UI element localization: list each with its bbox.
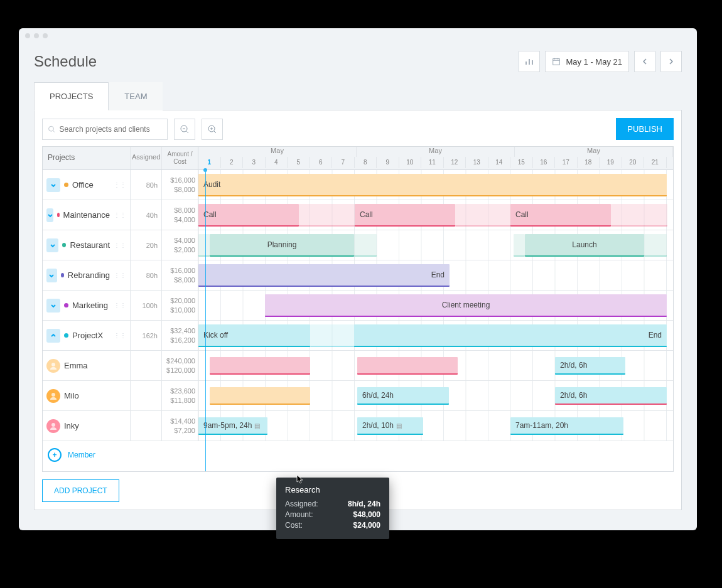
timeline-cell[interactable]: 2h/d, 6h <box>198 351 673 380</box>
day-cell[interactable]: 19 <box>600 157 622 168</box>
assignment-bar[interactable]: 9am-5pm, 24h▤ <box>198 417 267 435</box>
assignment-bar[interactable] <box>210 357 310 375</box>
today-line <box>205 170 206 471</box>
zoom-in-button[interactable] <box>202 119 223 140</box>
project-name: Marketing <box>72 301 108 310</box>
chevron-right-icon <box>666 56 676 67</box>
drag-handle-icon[interactable]: ⋮⋮ <box>114 243 126 247</box>
timeline-cell[interactable]: PlanningLaunch <box>198 230 673 260</box>
toolbar: May 1 - May 21 <box>519 51 682 72</box>
content-area: Schedule May 1 - May 21 PROJECTSTEAM <box>19 43 697 525</box>
day-cell[interactable]: 11 <box>421 157 444 168</box>
project-name: Rebranding <box>68 270 110 280</box>
task-bar[interactable]: Call <box>510 204 611 227</box>
column-amount-cost: Amount / Cost <box>162 147 198 169</box>
svg-point-6 <box>51 423 55 427</box>
project-row: Restaurant⋮⋮20h$4,000$2,000PlanningLaunc… <box>43 230 673 260</box>
day-cell[interactable]: 16 <box>533 157 556 168</box>
day-cell[interactable]: 6 <box>310 157 333 168</box>
publish-button[interactable]: PUBLISH <box>616 118 674 140</box>
day-cell[interactable]: 20 <box>622 157 645 168</box>
project-color-dot <box>62 243 66 247</box>
task-bar[interactable]: Planning <box>210 234 354 257</box>
drag-handle-icon[interactable]: ⋮⋮ <box>114 273 126 277</box>
expand-toggle[interactable] <box>46 208 53 222</box>
prev-button[interactable] <box>634 51 655 72</box>
plus-icon: + <box>48 448 62 462</box>
expand-toggle[interactable] <box>46 238 58 252</box>
task-bar[interactable]: Launch <box>525 234 644 257</box>
drag-handle-icon[interactable]: ⋮⋮ <box>114 213 126 217</box>
tab-projects[interactable]: PROJECTS <box>34 82 109 110</box>
assignment-bar[interactable]: 7am-11am, 20h <box>510 417 623 435</box>
day-cell[interactable]: 8 <box>355 157 377 168</box>
add-member-label: Member <box>68 451 95 459</box>
day-cell[interactable]: 18 <box>578 157 600 168</box>
traffic-light[interactable] <box>43 33 48 38</box>
assignment-bar[interactable]: 2h/d, 6h <box>555 387 667 405</box>
drag-handle-icon[interactable]: ⋮⋮ <box>114 303 126 307</box>
amount-cost: $16,000$8,000 <box>162 260 198 290</box>
date-range-picker[interactable]: May 1 - May 21 <box>545 51 629 72</box>
task-bar[interactable]: Audit <box>198 174 667 196</box>
day-cell[interactable]: 3 <box>243 157 266 168</box>
day-cell[interactable]: 12 <box>444 157 466 168</box>
timeline-cell[interactable]: Client meeting <box>198 291 673 320</box>
drag-handle-icon[interactable]: ⋮⋮ <box>114 183 126 187</box>
timeline-cell[interactable]: CallCallCall <box>198 200 673 230</box>
assigned-hours: 162h <box>131 321 162 350</box>
next-button[interactable] <box>660 51 682 72</box>
day-cell[interactable]: 21 <box>644 157 667 168</box>
task-bar-ext <box>644 234 667 257</box>
member-row: Inky$14,400$7,2009am-5pm, 24h▤2h/d, 10h▤… <box>43 411 673 441</box>
task-bar[interactable]: End <box>198 264 450 287</box>
day-cell[interactable]: 1 <box>198 157 221 168</box>
day-cell[interactable]: 14 <box>488 157 511 168</box>
task-bar[interactable]: End <box>354 324 667 347</box>
search-box[interactable] <box>42 119 168 140</box>
day-cell[interactable]: 7 <box>332 157 355 168</box>
day-cell[interactable]: 4 <box>266 157 288 168</box>
chart-button[interactable] <box>519 51 540 72</box>
search-input[interactable] <box>60 125 162 134</box>
task-bar[interactable]: Client meeting <box>265 294 667 317</box>
day-cell[interactable]: 15 <box>510 157 533 168</box>
task-bar[interactable]: Call <box>198 204 299 227</box>
chevron-down-icon <box>48 272 55 279</box>
timeline-cell[interactable]: Kick offEnd <box>198 321 673 350</box>
day-cell[interactable]: 9 <box>377 157 399 168</box>
traffic-light[interactable] <box>34 33 39 38</box>
task-bar[interactable]: Kick off <box>198 324 310 347</box>
day-cell[interactable]: 2 <box>221 157 244 168</box>
drag-handle-icon[interactable]: ⋮⋮ <box>114 333 126 338</box>
day-cell[interactable]: 17 <box>555 157 578 168</box>
row-label: Milo <box>43 381 131 410</box>
expand-toggle[interactable] <box>46 299 60 313</box>
day-cell[interactable]: 5 <box>288 157 310 168</box>
zoom-out-button[interactable] <box>174 119 195 140</box>
expand-toggle[interactable] <box>46 178 60 192</box>
timeline-cell[interactable]: 9am-5pm, 24h▤2h/d, 10h▤7am-11am, 20h <box>198 411 673 441</box>
timeline-cell[interactable]: 6h/d, 24h2h/d, 6h <box>198 381 673 410</box>
traffic-light[interactable] <box>25 33 30 38</box>
add-project-button[interactable]: ADD PROJECT <box>42 479 119 502</box>
zoom-out-icon <box>180 124 190 134</box>
day-cell[interactable]: 10 <box>399 157 422 168</box>
add-member-button[interactable]: +Member <box>43 441 95 469</box>
task-bar[interactable]: Call <box>355 204 455 227</box>
assignment-bar[interactable]: 2h/d, 10h▤ <box>357 417 423 435</box>
assignment-bar[interactable]: 2h/d, 6h <box>555 357 625 375</box>
expand-toggle[interactable] <box>46 329 60 343</box>
row-label: Restaurant⋮⋮ <box>43 230 131 260</box>
timeline-cell[interactable]: End <box>198 260 673 290</box>
assignment-bar[interactable] <box>210 387 310 405</box>
expand-toggle[interactable] <box>46 269 57 282</box>
month-label: May <box>198 147 357 157</box>
month-label: May <box>515 147 673 157</box>
timeline-cell[interactable]: Audit <box>198 170 673 200</box>
assignment-bar[interactable] <box>357 357 458 375</box>
day-cell[interactable]: 13 <box>466 157 488 168</box>
assignment-bar[interactable]: 6h/d, 24h <box>357 387 449 405</box>
add-member-row[interactable]: +Member <box>43 441 673 471</box>
tab-team[interactable]: TEAM <box>109 82 163 110</box>
